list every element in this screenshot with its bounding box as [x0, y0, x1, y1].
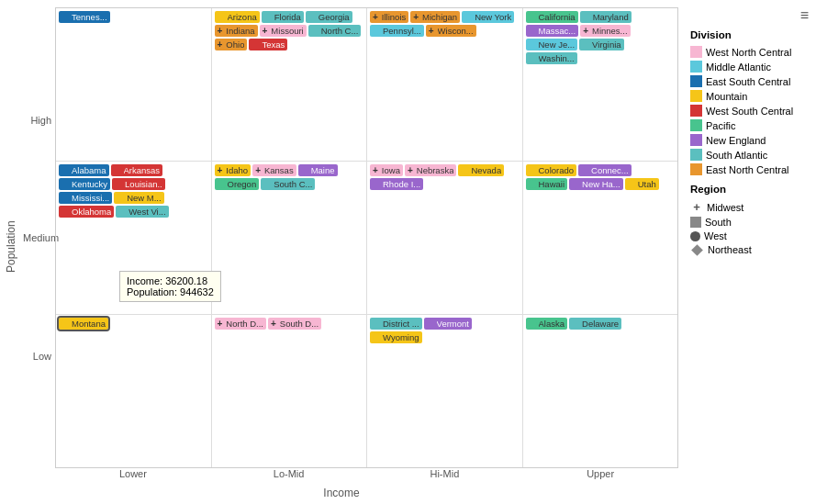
state-chip[interactable]: Kentucky	[59, 178, 110, 190]
state-chip[interactable]: New York	[462, 11, 514, 23]
state-chip[interactable]: Iowa	[370, 164, 403, 176]
state-chip[interactable]: Alabama	[59, 164, 109, 176]
cell-high-himid: IllinoisMichiganNew YorkPennsyl...Wiscon…	[367, 8, 523, 161]
legend-divisions: West North CentralMiddle AtlanticEast So…	[690, 46, 809, 178]
square-icon	[690, 217, 701, 228]
legend-color-swatch	[690, 46, 702, 58]
cell-high-lomid: ArizonaFloridaGeorgiaIndianaMissouriNort…	[212, 8, 368, 161]
state-chip[interactable]: California	[526, 11, 578, 23]
cross-icon	[413, 12, 420, 22]
state-chip[interactable]: Virginia	[579, 39, 624, 50]
state-chip[interactable]: Illinois	[370, 11, 408, 23]
state-chip[interactable]: Hawaii	[526, 178, 568, 190]
state-chip[interactable]: District ...	[370, 318, 422, 330]
state-chip[interactable]: Arkansas	[111, 164, 163, 176]
legend-division-label: East South Central	[706, 76, 790, 87]
state-chip[interactable]: New M...	[114, 192, 163, 204]
cross-icon	[218, 165, 225, 175]
state-chip[interactable]: Ohio	[215, 39, 248, 50]
main-layout: Population High Medium Low Tennes... Ari…	[0, 0, 816, 504]
state-chip[interactable]: North C...	[308, 25, 362, 37]
state-chip[interactable]: Oklahoma	[59, 206, 114, 218]
state-chip[interactable]: Vermont	[424, 318, 472, 330]
cross-icon	[373, 165, 380, 175]
state-chip[interactable]: Massac...	[526, 25, 579, 37]
state-chip[interactable]: Alaska	[526, 318, 568, 330]
grid-row-high: Tennes... ArizonaFloridaGeorgiaIndianaMi…	[56, 8, 677, 162]
legend-division-label: East North Central	[706, 164, 788, 175]
state-chip[interactable]: Michigan	[410, 11, 460, 23]
state-chip[interactable]: Montana	[59, 318, 108, 330]
state-chip[interactable]: Texas	[249, 39, 287, 50]
legend-division-label: West North Central	[706, 47, 791, 58]
diamond-icon	[691, 244, 703, 256]
legend-region-item: South	[690, 217, 809, 228]
state-chip[interactable]: Utah	[625, 178, 659, 190]
state-chip[interactable]: Connec...	[578, 164, 632, 176]
state-chip[interactable]: South D...	[268, 318, 321, 330]
list-icon[interactable]: ≡	[800, 7, 809, 24]
legend-region-item: +Midwest	[690, 200, 809, 214]
state-chip[interactable]: Wiscon...	[426, 25, 476, 37]
state-chip[interactable]: Missouri	[260, 25, 307, 37]
x-tick-upper: Upper	[522, 468, 678, 487]
legend-regions: +MidwestSouthWestNortheast	[690, 200, 809, 258]
state-chip[interactable]: Delaware	[569, 318, 621, 330]
state-chip[interactable]: Washin...	[526, 52, 577, 64]
state-chip[interactable]: Colorado	[526, 164, 577, 176]
state-chip[interactable]: Mississi...	[59, 192, 112, 204]
cell-low-upper: AlaskaDelaware	[523, 315, 678, 467]
state-chip[interactable]: Indiana	[215, 25, 258, 37]
state-chip[interactable]: Minnes...	[580, 25, 630, 37]
cross-icon: +	[690, 200, 703, 214]
legend-division-label: Middle Atlantic	[706, 62, 771, 73]
state-chip[interactable]: Kansas	[252, 164, 296, 176]
state-chip[interactable]: North D...	[215, 318, 267, 330]
state-chip[interactable]: Maryland	[580, 11, 632, 23]
state-chip[interactable]: Florida	[262, 11, 304, 23]
state-chip[interactable]: Oregon	[215, 178, 260, 190]
state-chip[interactable]: West Vi...	[116, 206, 168, 218]
state-chip[interactable]: Rhode I...	[370, 178, 423, 190]
x-axis-title: Income	[5, 487, 678, 499]
plot-section: Population High Medium Low Tennes... Ari…	[5, 7, 678, 468]
x-axis-row: Lower Lo-Mid Hi-Mid Upper	[55, 468, 678, 487]
state-chip[interactable]: New Ha...	[569, 178, 623, 190]
state-chip[interactable]: Georgia	[306, 11, 352, 23]
cross-icon	[583, 26, 590, 36]
legend-region-item: Northeast	[690, 244, 809, 255]
cross-icon	[218, 319, 225, 329]
legend-region-label: South	[705, 217, 732, 228]
legend-division-item: West North Central	[690, 46, 809, 58]
cell-high-upper: CaliforniaMarylandMassac...Minnes...New …	[523, 8, 678, 161]
cross-icon	[218, 39, 225, 50]
cross-icon	[255, 165, 263, 175]
legend-division-item: Pacific	[690, 119, 809, 131]
state-chip[interactable]: Pennsyl...	[370, 25, 424, 37]
legend-division-item: East North Central	[690, 163, 809, 175]
x-tick-lomid: Lo-Mid	[211, 468, 367, 487]
state-chip[interactable]: Maine	[298, 164, 338, 176]
cross-icon	[218, 26, 225, 36]
state-chip[interactable]: Wyoming	[370, 331, 422, 343]
legend-color-swatch	[690, 61, 702, 73]
state-chip[interactable]: Nevada	[458, 164, 504, 176]
state-chip[interactable]: Idaho	[215, 164, 252, 176]
state-chip[interactable]: Louisian..	[112, 178, 165, 190]
chart-section: Population High Medium Low Tennes... Ari…	[0, 0, 683, 504]
y-axis-label: Population	[5, 7, 23, 468]
state-chip[interactable]: Tennes...	[59, 11, 110, 23]
state-chip[interactable]: New Je...	[526, 39, 578, 50]
legend-region-label: Midwest	[707, 202, 743, 213]
state-chip[interactable]: South C...	[261, 178, 315, 190]
cell-low-himid: District ...VermontWyoming	[367, 315, 523, 467]
cell-medium-lower: AlabamaArkansasKentuckyLouisian..Mississ…	[56, 162, 212, 314]
y-tick-medium: Medium	[23, 232, 51, 243]
state-chip[interactable]: Arizona	[215, 11, 260, 23]
y-tick-low: Low	[23, 351, 51, 362]
state-chip[interactable]: Nebraska	[405, 164, 457, 176]
legend-division-item: Mountain	[690, 90, 809, 102]
grid: Tennes... ArizonaFloridaGeorgiaIndianaMi…	[55, 7, 678, 468]
legend-division-label: Mountain	[706, 91, 747, 102]
cell-low-lomid: North D...South D...	[212, 315, 368, 467]
